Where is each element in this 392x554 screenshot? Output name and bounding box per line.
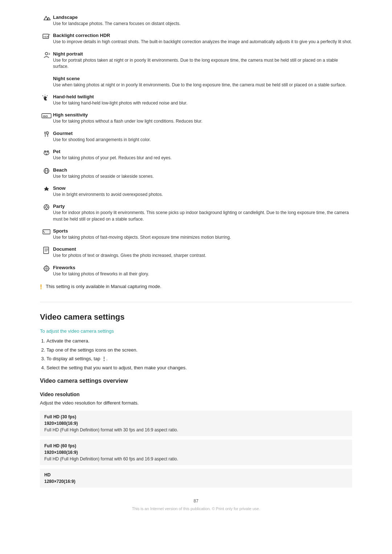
svg-text:ↄ: ↄ xyxy=(48,52,50,56)
sports-icon xyxy=(40,228,53,235)
pet-desc: Use for taking photos of your pet. Reduc… xyxy=(53,155,352,161)
twilight-title: Hand-held twilight xyxy=(53,94,352,99)
document-title: Document xyxy=(53,246,352,252)
scene-item-twilight: Hand-held twilight Use for taking hand-h… xyxy=(40,94,352,106)
svg-line-8 xyxy=(42,95,43,96)
night-portrait-content: Night portrait Use for portrait photos t… xyxy=(53,51,352,70)
svg-point-5 xyxy=(45,52,48,55)
res-title-hd: HD xyxy=(44,472,348,478)
scene-item-pet: Pet Use for taking photos of your pet. R… xyxy=(40,149,352,161)
res-title-fullhd30: Full HD (30 fps) xyxy=(44,414,348,420)
overview-title: Video camera settings overview xyxy=(40,378,352,384)
document-icon xyxy=(40,246,53,254)
iso-icon: ISO xyxy=(40,112,53,119)
document-desc: Use for photos of text or drawings. Give… xyxy=(53,253,352,259)
landscape-desc: Use for landscape photos. The camera foc… xyxy=(53,21,352,27)
svg-rect-37 xyxy=(44,247,49,254)
iso-desc: Use for taking photos without a flash un… xyxy=(53,118,352,124)
page-container: Landscape Use for landscape photos. The … xyxy=(40,0,352,533)
scene-item-snow: Snow Use in bright environments to avoid… xyxy=(40,185,352,198)
hdr-title: Backlight correction HDR xyxy=(53,33,352,38)
resolution-option-fullhd30: Full HD (30 fps) 1920×1080(16:9) Full HD… xyxy=(40,411,352,436)
scene-item-night-scene: Night scene Use when taking photos at ni… xyxy=(40,76,352,88)
note-line: ! This setting is only available in Manu… xyxy=(40,284,352,290)
landscape-title: Landscape xyxy=(53,15,352,20)
svg-point-27 xyxy=(45,206,48,208)
gourmet-desc: Use for shooting food arrangements in br… xyxy=(53,137,352,143)
scene-item-fireworks: Fireworks Use for taking photos of firew… xyxy=(40,265,352,277)
landscape-content: Landscape Use for landscape photos. The … xyxy=(53,15,352,27)
svg-point-43 xyxy=(45,267,48,270)
party-desc: Use for indoor photos in poorly lit envi… xyxy=(53,210,352,222)
twilight-icon xyxy=(40,94,53,101)
iso-content: High sensitivity Use for taking photos w… xyxy=(53,112,352,124)
hdr-desc: Use to improve details in high contrast … xyxy=(53,39,352,45)
night-scene-icon xyxy=(40,76,53,83)
svg-marker-25 xyxy=(44,186,49,191)
res-title-fullhd60: Full HD (60 fps) xyxy=(44,443,348,449)
twilight-desc: Use for taking hand-held low-light photo… xyxy=(53,100,352,106)
twilight-content: Hand-held twilight Use for taking hand-h… xyxy=(53,94,352,106)
snow-desc: Use in bright environments to avoid over… xyxy=(53,192,352,198)
night-scene-desc: Use when taking photos at night or in po… xyxy=(53,82,352,88)
document-content: Document Use for photos of text or drawi… xyxy=(53,246,352,259)
sports-content: Sports Use for taking photos of fast-mov… xyxy=(53,228,352,241)
page-number: 87 xyxy=(40,498,352,504)
step-2: Tap one of the settings icons on the scr… xyxy=(46,346,352,354)
scene-list: Landscape Use for landscape photos. The … xyxy=(40,15,352,277)
pet-title: Pet xyxy=(53,149,352,154)
resolution-title: Video resolution xyxy=(40,391,352,397)
gourmet-icon xyxy=(40,131,53,138)
res-desc-fullhd30: Full HD (Full High Definition) format wi… xyxy=(44,427,348,433)
snow-title: Snow xyxy=(53,185,352,191)
svg-point-20 xyxy=(45,152,46,153)
step-4: Select the setting that you want to adju… xyxy=(46,364,352,372)
video-section: Video camera settings To adjust the vide… xyxy=(40,312,352,488)
scene-item-sports: Sports Use for taking photos of fast-mov… xyxy=(40,228,352,241)
party-content: Party Use for indoor photos in poorly li… xyxy=(53,204,352,222)
snow-icon xyxy=(40,185,53,193)
svg-point-42 xyxy=(46,268,47,269)
fireworks-title: Fireworks xyxy=(53,265,352,270)
scene-item-beach: Beach Use for taking photos of seaside o… xyxy=(40,167,352,180)
party-title: Party xyxy=(53,204,352,209)
res-sub-fullhd30: 1920×1080(16:9) xyxy=(44,420,348,427)
svg-text:ISO: ISO xyxy=(43,115,48,118)
resolution-option-hd: HD 1280×720(16:9) xyxy=(40,469,352,488)
pet-icon xyxy=(40,149,53,156)
scene-item-hdr: HDR + Backlight correction HDR Use to im… xyxy=(40,33,352,45)
step-1: Activate the camera. xyxy=(46,337,352,345)
scene-item-document: Document Use for photos of text or drawi… xyxy=(40,246,352,259)
party-icon xyxy=(40,204,53,210)
video-adjust-link[interactable]: To adjust the video camera settings xyxy=(40,328,352,334)
note-icon: ! xyxy=(40,284,42,290)
resolution-option-fullhd60: Full HD (60 fps) 1920×1080(16:9) Full HD… xyxy=(40,440,352,465)
scene-item-gourmet: Gourmet Use for shooting food arrangemen… xyxy=(40,131,352,143)
svg-text:+: + xyxy=(49,33,50,36)
landscape-icon xyxy=(40,15,53,21)
res-sub-fullhd60: 1920×1080(16:9) xyxy=(44,449,348,456)
scene-item-landscape: Landscape Use for landscape photos. The … xyxy=(40,15,352,27)
beach-desc: Use for taking photos of seaside or lake… xyxy=(53,173,352,180)
footer-text: This is an Internet version of this publ… xyxy=(40,506,352,511)
svg-marker-0 xyxy=(44,16,48,20)
resolution-desc: Adjust the video resolution for differen… xyxy=(40,400,352,406)
snow-content: Snow Use in bright environments to avoid… xyxy=(53,185,352,198)
fireworks-desc: Use for taking photos of fireworks in al… xyxy=(53,271,352,277)
night-portrait-icon: ↄ xyxy=(40,51,53,58)
svg-text:HDR: HDR xyxy=(44,36,49,38)
hdr-content: Backlight correction HDR Use to improve … xyxy=(53,33,352,45)
scene-item-night-portrait: ↄ Night portrait Use for portrait photos… xyxy=(40,51,352,70)
iso-title: High sensitivity xyxy=(53,112,352,118)
steps-list: Activate the camera. Tap one of the sett… xyxy=(46,337,352,371)
fireworks-icon xyxy=(40,265,53,272)
sports-title: Sports xyxy=(53,228,352,234)
beach-icon xyxy=(40,167,53,174)
res-sub-hd: 1280×720(16:9) xyxy=(44,478,348,485)
fireworks-content: Fireworks Use for taking photos of firew… xyxy=(53,265,352,277)
night-portrait-title: Night portrait xyxy=(53,51,352,57)
night-scene-title: Night scene xyxy=(53,76,352,81)
pet-content: Pet Use for taking photos of your pet. R… xyxy=(53,149,352,161)
gourmet-content: Gourmet Use for shooting food arrangemen… xyxy=(53,131,352,143)
svg-point-21 xyxy=(47,152,48,153)
